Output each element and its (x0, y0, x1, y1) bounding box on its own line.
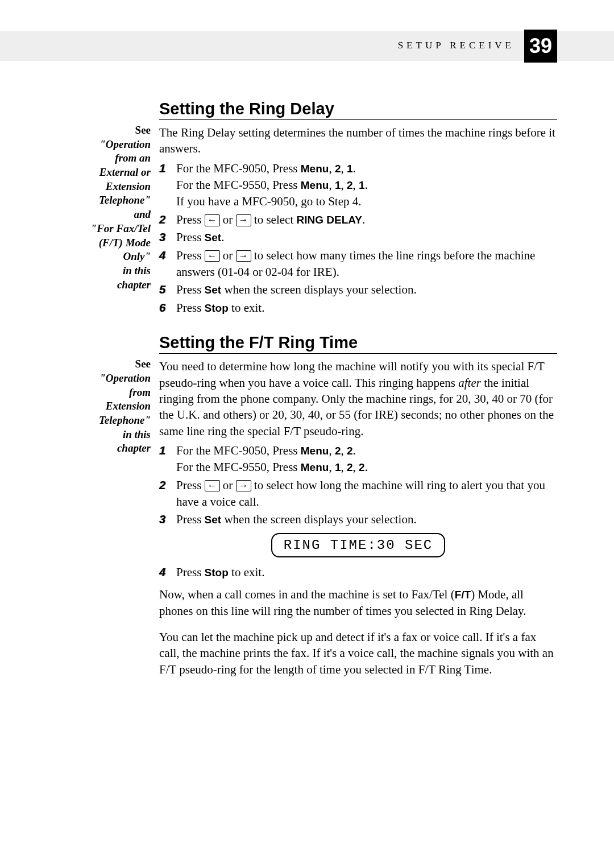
step-number: 1 (159, 443, 173, 458)
t: For the MFC-9050, Press (176, 162, 301, 175)
header-section: SETUP RECEIVE (398, 40, 515, 51)
para-detect: You can let the machine pick up and dete… (159, 629, 557, 677)
step-number: 3 (159, 511, 173, 527)
heading-ring-delay: Setting the Ring Delay (159, 100, 557, 118)
step-number: 4 (159, 564, 173, 580)
page-number: 39 (524, 30, 557, 63)
section-ft-ring-time: See "OperationfromExtensionTelephone" in… (57, 333, 557, 681)
rule (159, 119, 557, 120)
step-1-3: 3 Press Set. (159, 229, 557, 246)
step-number: 1 (159, 160, 173, 176)
step-number: 2 (159, 212, 173, 228)
right-arrow-key-icon: → (236, 480, 251, 492)
step-number: 3 (159, 229, 173, 245)
intro-1: The Ring Delay setting determines the nu… (159, 125, 557, 157)
step-1-5: 5 Press Set when the screen displays you… (159, 282, 557, 298)
step-number: 5 (159, 282, 173, 297)
margin-note-2: See "OperationfromExtensionTelephone" in… (57, 333, 159, 456)
page: SETUP RECEIVE 39 See "Operationfrom anEx… (0, 0, 614, 868)
step-1-1: 1 For the MFC-9050, Press Menu, 2, 1. Fo… (159, 160, 557, 210)
step-number: 6 (159, 300, 173, 316)
step-1-2: 2 Press ← or → to select RING DELAY. (159, 212, 557, 228)
step-2-3: 3 Press Set when the screen displays you… (159, 511, 557, 528)
step-2-1: 1 For the MFC-9050, Press Menu, 2, 2. Fo… (159, 443, 557, 476)
menu-key: Menu (301, 163, 329, 175)
heading-ft-ring-time: Setting the F/T Ring Time (159, 333, 557, 352)
step-2-2: 2 Press ← or → to select how long the ma… (159, 477, 557, 511)
intro-2: You need to determine how long the machi… (159, 358, 557, 439)
step-2-4: 4 Press Stop to exit. (159, 564, 557, 581)
lcd-display: RING TIME:30 SEC (159, 533, 557, 557)
right-arrow-key-icon: → (236, 214, 251, 226)
rule (159, 353, 557, 354)
step-1-6: 6 Press Stop to exit. (159, 300, 557, 316)
right-arrow-key-icon: → (236, 250, 251, 262)
header-band (0, 31, 614, 61)
content: See "Operationfrom anExternal orExtensio… (57, 100, 557, 681)
step-1-4: 4 Press ← or → to select how many times … (159, 247, 557, 281)
margin-note-1: See "Operationfrom anExternal orExtensio… (57, 100, 159, 292)
para-ft-mode: Now, when a call comes in and the machin… (159, 586, 557, 619)
left-arrow-key-icon: ← (205, 480, 220, 492)
left-arrow-key-icon: ← (205, 250, 220, 262)
step-number: 2 (159, 477, 173, 493)
left-arrow-key-icon: ← (205, 214, 220, 226)
lcd-text: RING TIME:30 SEC (271, 533, 445, 557)
section-ring-delay: See "Operationfrom anExternal orExtensio… (57, 100, 557, 317)
step-number: 4 (159, 247, 173, 263)
